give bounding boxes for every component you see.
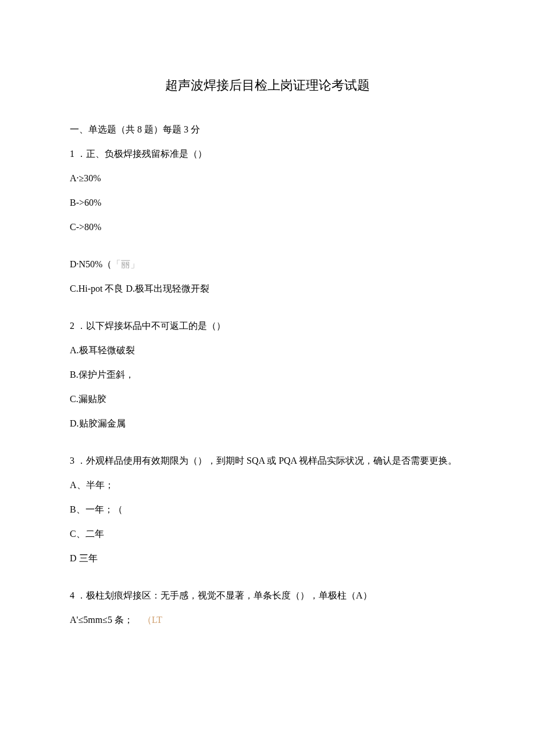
q3-option-c: C、二年 — [70, 527, 465, 541]
q4-option-a: A'≤5mm≤5 条； （LT — [70, 613, 465, 627]
page: 超声波焊接后目检上岗证理论考试题 一、单选题（共 8 题）每题 3 分 1 ．正… — [0, 0, 535, 684]
q2-stem: 2 ．以下焊接坏品中不可返工的是（） — [70, 319, 465, 333]
q3-option-d: D 三年 — [70, 551, 465, 565]
q2-option-c: C.漏贴胶 — [70, 392, 465, 406]
q4-option-a-suffix: （LT — [142, 615, 162, 625]
q1-extra-line: C.Hi-pot 不良 D.极耳出现轻微开裂 — [70, 282, 465, 296]
page-title: 超声波焊接后目检上岗证理论考试题 — [70, 76, 465, 95]
q3-option-a: A、半年； — [70, 478, 465, 492]
q1-stem: 1 ．正、负极焊接残留标准是（） — [70, 147, 465, 161]
q3-stem: 3 ．外观样品使用有效期限为（），到期时 SQA 或 PQA 视样品实际状况，确… — [70, 454, 465, 468]
q1-option-c: C->80% — [70, 220, 465, 234]
q2-option-a: A.极耳轻微破裂 — [70, 343, 465, 357]
q1-option-a: A·≥30% — [70, 171, 465, 185]
q1-option-b: B->60% — [70, 196, 465, 210]
q4-stem: 4 ．极柱划痕焊接区：无手感，视觉不显著，单条长度（），单极柱（A） — [70, 589, 465, 603]
q1-option-d-bracket: 「丽」 — [112, 259, 140, 269]
q4-option-a-prefix: A'≤5mm≤5 条； — [70, 615, 133, 625]
q3-option-b: B、一年；（ — [70, 503, 465, 517]
section-heading: 一、单选题（共 8 题）每题 3 分 — [70, 123, 465, 137]
q1-option-d-prefix: D·N50%（ — [70, 259, 112, 269]
q2-option-b: B.保护片歪斜， — [70, 368, 465, 382]
q1-option-d: D·N50%（「丽」 — [70, 257, 465, 271]
q2-option-d: D.贴胶漏金属 — [70, 417, 465, 431]
